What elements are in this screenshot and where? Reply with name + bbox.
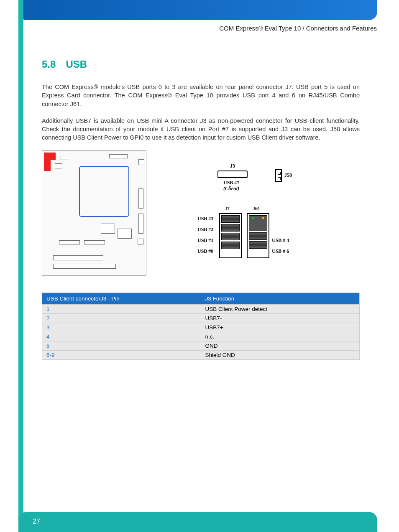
j61-label: J61 <box>253 206 260 212</box>
j7-port-label: USB #3 <box>197 216 213 222</box>
j3-sub1: USB #7 <box>223 180 239 186</box>
j61-port-label: USB # 4 <box>272 237 289 244</box>
main-content: 5.8USB The COM Express® module's USB por… <box>42 59 360 360</box>
usb-port-icon <box>221 224 240 232</box>
page-number: 27 <box>33 518 40 525</box>
paragraph-1: The COM Express® module's USB ports 0 to… <box>42 83 360 108</box>
j7-label: J7 <box>225 206 230 212</box>
section-title: USB <box>66 59 87 70</box>
j58-connector-icon <box>275 169 282 182</box>
usb-mini-connector-icon <box>217 171 248 178</box>
usb-port-icon <box>221 233 240 240</box>
rj45-icon <box>249 215 267 231</box>
paragraph-2: Additionally USB7 is available on USB mi… <box>42 117 360 142</box>
table-header: J3 Function <box>201 293 360 304</box>
connector-diagram: J3 USB #7 (Client) J58 J7 J61 USB #3 USB… <box>197 163 330 272</box>
section-number: 5.8 <box>42 59 56 70</box>
header-band <box>18 0 377 20</box>
j7-port-label: USB #2 <box>197 227 213 233</box>
usb-port-icon <box>221 242 240 249</box>
section-heading: 5.8USB <box>42 59 360 70</box>
table-row: 4n.c. <box>42 332 360 341</box>
usb-port-icon <box>249 241 267 249</box>
figures-row: J3 USB #7 (Client) J58 J7 J61 USB #3 USB… <box>42 150 360 276</box>
table: USB Client connectorJ3 - Pin J3 Function… <box>42 293 360 360</box>
table-row: 6-9Shield GND <box>42 350 360 359</box>
j3-label: J3 <box>230 163 235 169</box>
j7-port-label: USB #1 <box>197 237 213 244</box>
usb-port-icon <box>221 215 240 223</box>
left-stripe <box>18 0 23 532</box>
j61-port-label: USB # 6 <box>272 248 289 255</box>
pin-table: USB Client connectorJ3 - Pin J3 Function… <box>42 293 360 360</box>
usb-port-icon <box>249 232 267 240</box>
j58-label: J58 <box>284 172 292 178</box>
j7-stack <box>219 213 242 258</box>
table-row: 2USB7- <box>42 313 360 323</box>
table-row: 1USB Client Power detect <box>42 304 360 313</box>
footer-band: 27 <box>18 512 377 532</box>
table-header: USB Client connectorJ3 - Pin <box>42 293 201 304</box>
j3-sub2: (Client) <box>223 186 239 192</box>
board-diagram <box>42 150 146 276</box>
breadcrumb: COM Express® Eval Type 10 / Connectors a… <box>219 25 377 32</box>
table-row: 5GND <box>42 341 360 350</box>
table-body: 1USB Client Power detect 2USB7- 3USB7+ 4… <box>42 304 360 359</box>
table-row: 3USB7+ <box>42 323 360 332</box>
j7-port-label: USB #0 <box>197 248 213 255</box>
j61-stack <box>247 213 269 258</box>
